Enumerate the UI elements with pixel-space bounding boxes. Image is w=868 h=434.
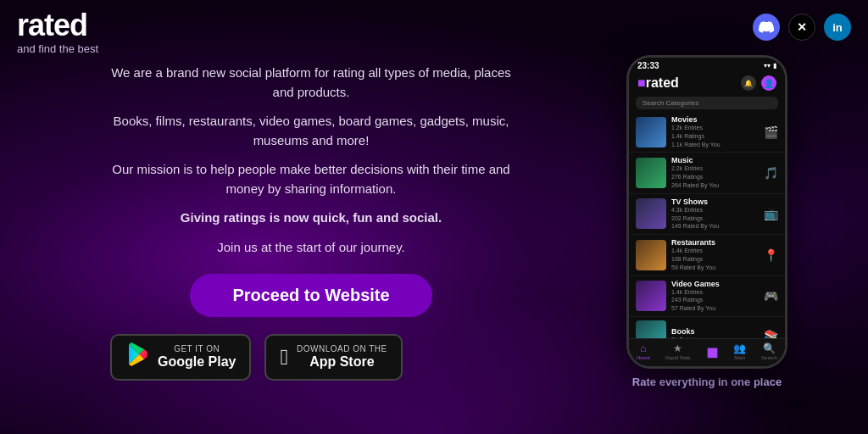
rate-tagline: Rate everything in one place	[632, 376, 782, 388]
right-panel: 23:33 ▾▾ ▮ ■rated 🔔 👤 Se	[546, 51, 868, 434]
games-thumb	[636, 281, 666, 311]
logo-subtitle: and find the best	[17, 42, 98, 55]
books-icon: 📚	[764, 329, 778, 338]
phone-notification-icon: 🔔	[741, 75, 756, 91]
music-stats: 2.2k Entries276 Ratings264 Rated By You	[671, 164, 759, 189]
music-info: Music 2.2k Entries276 Ratings264 Rated B…	[671, 156, 759, 189]
music-title: Music	[671, 156, 759, 164]
app-store-label-small: Download on the	[297, 344, 387, 353]
main-nav-label: Main	[734, 355, 745, 360]
home-nav-icon: ⌂	[640, 342, 646, 354]
games-info: Video Games 1.4k Entries243 Ratings57 Ra…	[671, 280, 759, 313]
google-play-icon	[125, 342, 149, 372]
books-info: Books 8k Entries	[671, 327, 759, 338]
search-nav-label: Search	[761, 355, 777, 360]
header-icons: ✕ in	[753, 10, 851, 41]
center-nav-icon: ◼	[706, 342, 719, 361]
rapid-rate-nav-label: Rapid Rate	[665, 355, 691, 360]
google-play-text: GET IT ON Google Play	[158, 344, 236, 370]
tv-title: TV Shows	[671, 198, 759, 206]
logo-text: rated	[17, 10, 98, 41]
discord-icon[interactable]	[753, 14, 780, 41]
phone-search-bar: Search Categories	[636, 97, 778, 109]
rapid-rate-nav-icon: ★	[673, 342, 682, 354]
phone-search-text: Search Categories	[643, 99, 698, 107]
google-play-button[interactable]: GET IT ON Google Play	[110, 334, 251, 381]
list-item: Movies 1.2k Entries1.4k Ratings1.1k Rate…	[629, 112, 785, 153]
games-icon: 🎮	[764, 289, 778, 303]
restaurants-info: Restaurants 1.4k Entries168 Ratings59 Ra…	[671, 238, 759, 271]
app-store-text: Download on the App Store	[297, 344, 387, 370]
tv-info: TV Shows 4.3k Entries202 Ratings149 Rate…	[671, 198, 759, 231]
nav-rapid-rate[interactable]: ★ Rapid Rate	[665, 342, 691, 362]
movies-icon: 🎬	[764, 125, 778, 139]
list-item: Books 8k Entries 📚	[629, 317, 785, 338]
list-item: Video Games 1.4k Entries243 Ratings57 Ra…	[629, 276, 785, 317]
search-nav-icon: 🔍	[763, 342, 776, 354]
description-2: Books, films, restaurants, video games, …	[110, 112, 512, 150]
restaurants-title: Restaurants	[671, 238, 759, 247]
books-title: Books	[671, 327, 759, 336]
phone-app-name: ■rated	[637, 75, 679, 91]
x-twitter-icon[interactable]: ✕	[788, 14, 815, 41]
games-stats: 1.4k Entries243 Ratings57 Rated By You	[671, 288, 759, 313]
app-store-button[interactable]:  Download on the App Store	[264, 334, 402, 381]
main-nav-icon: 👥	[733, 342, 746, 354]
music-thumb	[636, 158, 666, 188]
apple-icon: 	[280, 344, 288, 370]
books-thumb	[636, 320, 666, 338]
list-item: Music 2.2k Entries276 Ratings264 Rated B…	[629, 153, 785, 193]
restaurants-stats: 1.4k Entries168 Ratings59 Rated By You	[671, 247, 759, 271]
tv-icon: 📺	[764, 207, 778, 220]
home-nav-label: Home	[637, 355, 650, 360]
phone-screen: 23:33 ▾▾ ▮ ■rated 🔔 👤 Se	[629, 58, 785, 366]
description-3: Our mission is to help people make bette…	[110, 160, 512, 198]
store-buttons: GET IT ON Google Play  Download on the …	[110, 334, 512, 381]
movies-stats: 1.2k Entries1.4k Ratings1.1k Rated By Yo…	[671, 124, 759, 148]
tv-stats: 4.3k Entries202 Ratings149 Rated By You	[671, 206, 759, 231]
description-4: Giving ratings is now quick, fun and soc…	[110, 209, 512, 228]
proceed-button[interactable]: Proceed to Website	[190, 274, 431, 317]
phone-app-header: ■rated 🔔 👤	[629, 72, 785, 94]
list-item: Restaurants 1.4k Entries168 Ratings59 Ra…	[629, 235, 785, 275]
list-item: TV Shows 4.3k Entries202 Ratings149 Rate…	[629, 194, 785, 235]
tv-thumb	[636, 198, 666, 229]
music-icon: 🎵	[764, 166, 778, 180]
header: rated and find the best ✕ in	[0, 0, 868, 65]
phone-nav-bar: ⌂ Home ★ Rapid Rate ◼ 👥 Main	[629, 338, 785, 366]
phone-header-icons: 🔔 👤	[741, 75, 776, 91]
phone-mockup: 23:33 ▾▾ ▮ ■rated 🔔 👤 Se	[626, 55, 787, 369]
main-content: We are a brand new social platform for r…	[0, 51, 868, 434]
app-store-label-big: App Store	[297, 353, 387, 370]
movies-title: Movies	[671, 115, 759, 124]
description-5: Join us at the start of our journey.	[110, 238, 512, 258]
linkedin-icon[interactable]: in	[824, 14, 851, 41]
phone-category-list: Movies 1.2k Entries1.4k Ratings1.1k Rate…	[629, 112, 785, 338]
nav-home[interactable]: ⌂ Home	[637, 342, 650, 362]
restaurants-icon: 📍	[764, 248, 778, 262]
restaurants-thumb	[636, 240, 666, 270]
nav-search[interactable]: 🔍 Search	[761, 342, 777, 362]
nav-center[interactable]: ◼	[706, 342, 719, 362]
games-title: Video Games	[671, 280, 759, 288]
description-1: We are a brand new social platform for r…	[110, 64, 512, 102]
logo-area: rated and find the best	[17, 10, 98, 55]
movies-info: Movies 1.2k Entries1.4k Ratings1.1k Rate…	[671, 115, 759, 148]
nav-main[interactable]: 👥 Main	[733, 342, 746, 362]
movies-thumb	[636, 117, 666, 147]
left-panel: We are a brand new social platform for r…	[0, 51, 546, 434]
google-play-label-small: GET IT ON	[158, 344, 236, 353]
google-play-label-big: Google Play	[158, 353, 236, 370]
phone-profile-icon: 👤	[761, 75, 776, 91]
